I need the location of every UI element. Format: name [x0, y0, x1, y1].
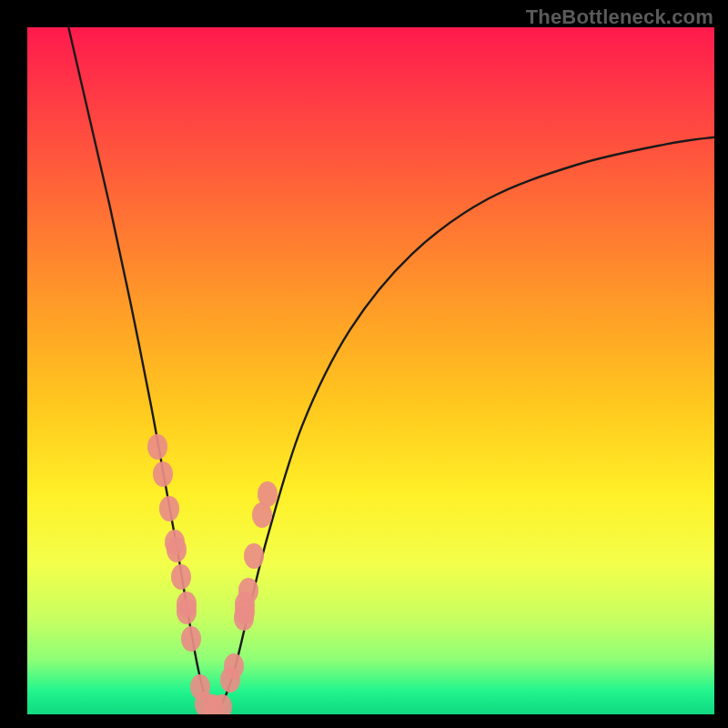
plot-area	[27, 27, 714, 714]
chart-frame: TheBottleneck.com	[0, 0, 728, 728]
svg-rect-0	[27, 27, 714, 714]
background-gradient	[27, 27, 714, 714]
watermark-text: TheBottleneck.com	[526, 5, 713, 29]
